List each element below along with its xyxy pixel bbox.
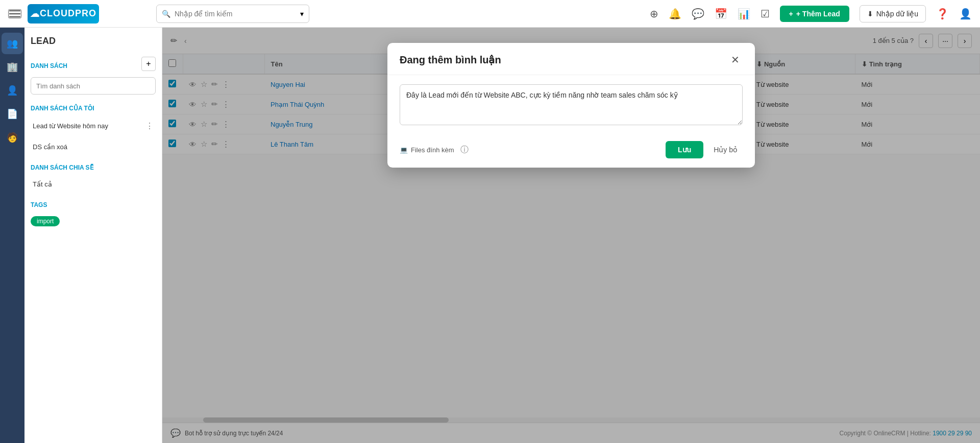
inbox-icon[interactable]: ☑ (761, 8, 770, 20)
sidebar-item-tat-ca[interactable]: Tất cả (31, 177, 156, 191)
attach-icon: 💻 (400, 146, 408, 154)
sidebar: LEAD DANH SÁCH + DANH SÁCH CỦA TÔI Lead … (24, 28, 162, 443)
modal-header: Đang thêm bình luận ✕ (387, 43, 755, 75)
chat-icon[interactable]: 💬 (692, 8, 704, 20)
search-icon: 🔍 (162, 10, 170, 18)
modal-title: Đang thêm bình luận (400, 54, 501, 66)
nav-document[interactable]: 📄 (2, 103, 23, 125)
nav-leads[interactable]: 👥 (2, 33, 23, 54)
modal-actions: Lưu Hủy bỏ (666, 141, 743, 158)
hamburger-button[interactable] (8, 9, 21, 18)
add-list-button[interactable]: + (141, 57, 156, 71)
search-bar[interactable]: 🔍 ▾ (156, 5, 309, 23)
modal-footer: 💻 Files đính kèm ⓘ Lưu Hủy bỏ (387, 135, 755, 168)
logo: ☁ CLOUDPRO (28, 4, 99, 24)
calendar-icon[interactable]: 📅 (715, 8, 727, 20)
danh-sach-label: DANH SÁCH (31, 62, 67, 69)
them-lead-button[interactable]: + + Thêm Lead (780, 6, 849, 22)
bell-icon[interactable]: 🔔 (669, 8, 681, 20)
main-layout: 👥 🏢 👤 📄 🧑 LEAD DANH SÁCH + DANH SÁCH CỦA… (0, 28, 980, 443)
chevron-down-icon: ▾ (300, 10, 304, 18)
nav-building[interactable]: 🏢 (2, 56, 23, 78)
modal-overlay: Đang thêm bình luận ✕ 💻 Files đính kèm ⓘ… (162, 28, 980, 443)
nhap-du-lieu-button[interactable]: ⬇ Nhập dữ liệu (860, 5, 926, 22)
plus-icon: + (789, 10, 793, 18)
attach-files-button[interactable]: 💻 Files đính kèm (400, 146, 454, 154)
top-navbar: ☁ CLOUDPRO 🔍 ▾ ⊕ 🔔 💬 📅 📊 ☑ + + Thêm Lead… (0, 0, 980, 28)
danh-sach-cua-toi-label: DANH SÁCH CỦA TÔI (31, 105, 156, 112)
search-list-input[interactable] (31, 77, 156, 95)
cancel-button[interactable]: Hủy bỏ (708, 141, 743, 158)
chart-icon[interactable]: 📊 (738, 8, 750, 20)
modal-close-button[interactable]: ✕ (727, 52, 743, 67)
user-icon[interactable]: 👤 (959, 8, 972, 20)
add-icon[interactable]: ⊕ (650, 8, 658, 20)
save-button[interactable]: Lưu (666, 141, 703, 158)
tag-import[interactable]: import (31, 216, 60, 226)
tags-label: TAGS (31, 201, 156, 208)
nav-person[interactable]: 🧑 (2, 127, 23, 148)
icon-nav: 👥 🏢 👤 📄 🧑 (0, 28, 24, 443)
info-button[interactable]: ⓘ (460, 145, 469, 155)
sidebar-item-ds-xoa[interactable]: DS cần xoá (31, 140, 156, 154)
comment-textarea[interactable] (400, 84, 743, 125)
danh-sach-chia-se-label: DANH SÁCH CHIA SẼ (31, 164, 156, 171)
dots-menu-icon[interactable]: ⋮ (145, 121, 154, 131)
download-icon: ⬇ (867, 10, 873, 18)
sidebar-item-lead-website[interactable]: Lead từ Website hôm nay ⋮ (31, 118, 156, 134)
main-content: ✏ ‹ 1 đến 5 của ? ‹ ··· › Tên (162, 28, 980, 443)
page-title: LEAD (31, 36, 56, 46)
help-icon[interactable]: ❓ (936, 8, 949, 20)
search-input[interactable] (175, 10, 296, 18)
nav-icons: ⊕ 🔔 💬 📅 📊 ☑ + + Thêm Lead ⬇ Nhập dữ liệu… (650, 5, 972, 22)
modal-body (387, 75, 755, 135)
nav-contacts[interactable]: 👤 (2, 80, 23, 101)
comment-modal: Đang thêm bình luận ✕ 💻 Files đính kèm ⓘ… (387, 43, 755, 168)
